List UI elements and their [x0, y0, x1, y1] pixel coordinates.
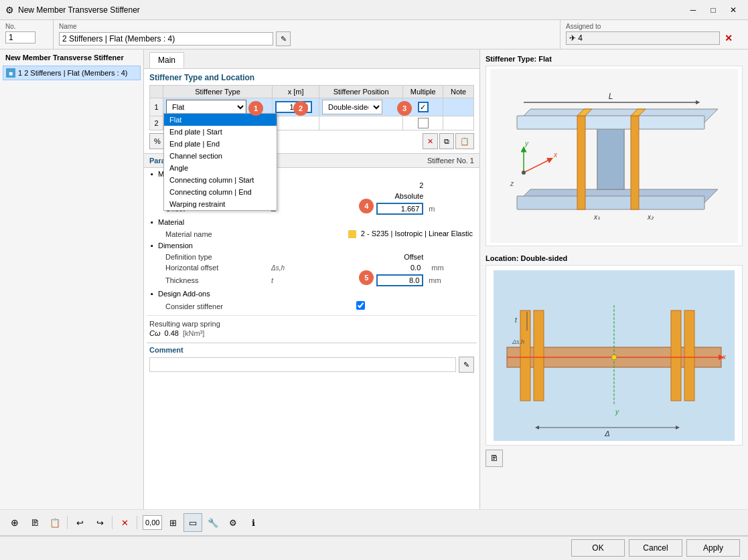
- paste-button[interactable]: 📋: [455, 133, 474, 149]
- diagram2-area: x y Δ t Δs,h: [485, 265, 743, 446]
- material-color-badge: [348, 230, 356, 238]
- col-multiple: Multiple: [403, 86, 443, 98]
- material-name-row: Material name 2 - S235 | Isotropic | Lin…: [147, 228, 477, 240]
- svg-rect-4: [597, 122, 624, 189]
- stiffener-section-title: Stiffener Type and Location: [149, 73, 474, 85]
- result-title: Resulting warp spring: [149, 320, 474, 328]
- toolbar-redo-button[interactable]: ↪: [90, 513, 109, 532]
- header-no: No.: [0, 20, 54, 49]
- offset-def-value: Absolute: [294, 191, 427, 201]
- center-panel: Main Stiffener Type and Location Stiffen…: [144, 50, 480, 509]
- thickness-symbol: t: [267, 273, 294, 288]
- comment-input-row: ✎: [149, 357, 474, 373]
- list-item[interactable]: ■ 1 2 Stiffeners | Flat (Members : 4): [3, 66, 141, 80]
- svg-text:x: x: [553, 151, 558, 159]
- svg-rect-6: [517, 196, 704, 209]
- right-panel-actions: 🖹: [485, 450, 743, 467]
- title-bar-icon: ⚙: [5, 5, 14, 15]
- offset-input[interactable]: [376, 203, 423, 215]
- toolbar: ⊕ 🖹 📋 ↩ ↪ ✕ 0,00 ⊞ ▭ 🔧 ⚙ ℹ: [0, 509, 748, 536]
- assigned-clear-button[interactable]: ✕: [723, 32, 735, 44]
- horiz-offset-value: 0.0: [410, 264, 421, 272]
- cancel-button[interactable]: Cancel: [629, 539, 682, 557]
- svg-text:z: z: [510, 180, 514, 187]
- footer: OK Cancel Apply: [0, 536, 748, 559]
- row-1-type-select[interactable]: Flat: [166, 100, 246, 114]
- dropdown-item-flat[interactable]: Flat: [164, 114, 277, 126]
- header-area: No. Name ✎ Assigned to ✕: [0, 20, 748, 50]
- copy-button[interactable]: ⧉: [439, 133, 454, 149]
- comment-title: Comment: [149, 346, 474, 354]
- comment-edit-button[interactable]: ✎: [459, 357, 474, 373]
- thickness-label: Thickness: [155, 273, 267, 288]
- dropdown-item-channel[interactable]: Channel section: [164, 150, 277, 162]
- toolbar-tools-button[interactable]: 🔧: [204, 513, 222, 532]
- right-panel-button[interactable]: 🖹: [485, 450, 503, 467]
- right-panel: Stiffener Type: Flat: [480, 50, 748, 509]
- toolbar-new-button[interactable]: ⊕: [5, 513, 24, 532]
- toolbar-icon-zero: 0,00: [143, 519, 161, 527]
- dropdown-item-endplate-start[interactable]: End plate | Start: [164, 126, 277, 138]
- dropdown-item-angle[interactable]: Angle: [164, 162, 277, 174]
- apply-button[interactable]: Apply: [686, 539, 740, 557]
- material-value: 2 - S235 | Isotropic | Linear Elastic: [361, 229, 473, 238]
- name-edit-button[interactable]: ✎: [276, 31, 291, 46]
- name-input[interactable]: [59, 32, 273, 45]
- row-1-multiple-checkbox[interactable]: ✓: [418, 102, 429, 112]
- consider-stiffener-checkbox[interactable]: [356, 301, 365, 310]
- design-addons-label: Design Add-ons: [158, 290, 210, 298]
- close-button[interactable]: ✕: [724, 3, 743, 17]
- design-addons-group-row: ▪ Design Add-ons: [147, 288, 477, 300]
- toolbar-grid-button[interactable]: ⊞: [163, 513, 182, 532]
- dropdown-item-warp[interactable]: Warping restraint: [164, 198, 277, 210]
- toolbar-info-button[interactable]: ℹ: [244, 513, 263, 532]
- col-x: x [m]: [273, 86, 319, 98]
- tab-main[interactable]: Main: [149, 52, 184, 68]
- row-1-position-select[interactable]: Double-sided: [322, 100, 382, 114]
- dimension-toggle[interactable]: ▪: [151, 242, 153, 250]
- svg-text:Δs,h: Δs,h: [512, 339, 524, 345]
- toolbar-select-button[interactable]: ▭: [183, 513, 202, 532]
- row-2-x-cell: [273, 116, 319, 130]
- toolbar-save-button[interactable]: 🖹: [25, 513, 44, 532]
- circle-5: 5: [359, 270, 374, 285]
- delete-button[interactable]: ✕: [423, 133, 438, 149]
- svg-rect-9: [631, 116, 639, 209]
- result-label: Cω: [149, 329, 161, 337]
- toolbar-copy-button[interactable]: 📋: [46, 513, 64, 532]
- circle-2: 2: [293, 101, 308, 116]
- svg-rect-7: [577, 116, 585, 209]
- dropdown-item-endplate-end[interactable]: End plate | End: [164, 138, 277, 150]
- dropdown-item-conn-end[interactable]: Connecting column | End: [164, 186, 277, 198]
- assigned-label: Assigned to: [566, 23, 743, 30]
- diagram2-svg: x y Δ t Δs,h: [494, 270, 735, 441]
- ok-button[interactable]: OK: [571, 539, 625, 557]
- toolbar-settings-button[interactable]: ⚙: [224, 513, 242, 532]
- maximize-button[interactable]: □: [704, 3, 723, 17]
- toolbar-undo-button[interactable]: ↩: [70, 513, 89, 532]
- thickness-input[interactable]: [376, 274, 423, 286]
- dropdown-item-conn-start[interactable]: Connecting column | Start: [164, 174, 277, 186]
- horiz-offset-row: Horizontal offset Δs,h 0.0 mm: [147, 262, 477, 273]
- horiz-offset-symbol: Δs,h: [267, 262, 294, 273]
- svg-rect-26: [671, 310, 681, 401]
- svg-point-32: [611, 355, 617, 360]
- minimize-button[interactable]: ─: [684, 3, 702, 17]
- assigned-input[interactable]: [566, 31, 720, 45]
- diagram1-svg: L x y z x₁ x₂: [490, 69, 738, 243]
- col-position: Stiffener Position: [319, 86, 403, 98]
- design-addons-toggle[interactable]: ▪: [151, 290, 153, 298]
- name-input-row: ✎: [59, 31, 554, 46]
- material-toggle[interactable]: ▪: [151, 218, 153, 226]
- svg-rect-25: [520, 310, 530, 401]
- toolbar-delete-button[interactable]: ✕: [115, 513, 134, 532]
- multiple-def-toggle[interactable]: ▪: [151, 170, 153, 178]
- no-input[interactable]: [5, 31, 35, 43]
- row-2-multiple-checkbox[interactable]: [418, 118, 429, 128]
- circle-1: 1: [248, 101, 263, 116]
- col-type: Stiffener Type: [163, 86, 273, 98]
- svg-text:y: y: [524, 140, 529, 147]
- comment-input[interactable]: [149, 357, 456, 372]
- result-unit: [kNm³]: [183, 329, 204, 337]
- material-name-label: Material name: [155, 228, 267, 240]
